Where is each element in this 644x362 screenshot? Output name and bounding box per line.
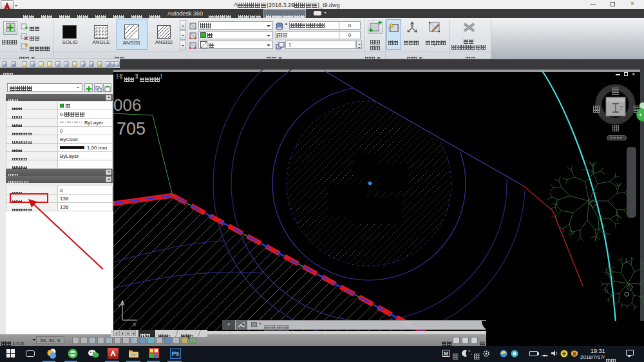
svg-text:006: 006 — [113, 95, 141, 115]
svg-text:705: 705 — [117, 119, 146, 138]
svg-text:Y: Y — [118, 303, 122, 309]
svg-text:X: X — [133, 321, 137, 327]
